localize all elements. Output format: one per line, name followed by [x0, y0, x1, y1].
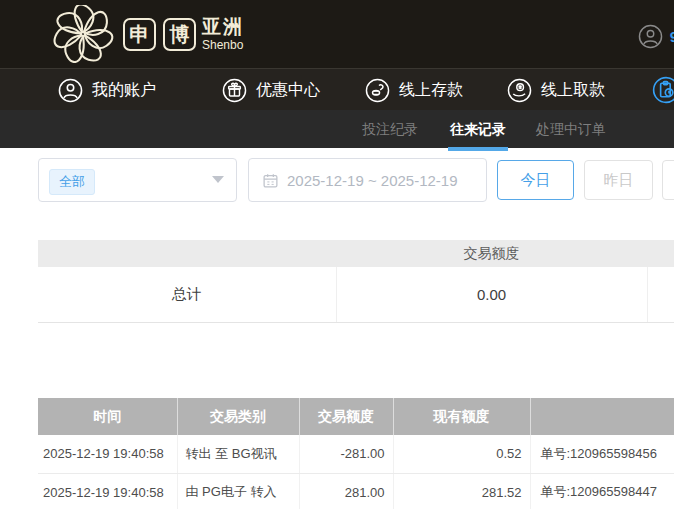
nav-item-promo-center[interactable]: 优惠中心: [222, 69, 320, 111]
quick-range-week-button[interactable]: 近7日: [662, 160, 674, 200]
cell-amount: 281.00: [299, 473, 393, 509]
quick-range-yesterday-button[interactable]: 昨日: [584, 160, 653, 200]
calendar-icon: [262, 172, 279, 189]
tab-betting-records[interactable]: 投注纪录: [362, 110, 418, 148]
summary-cell-clipped: [647, 267, 674, 322]
table-row: 2025-12-19 19:40:58 由 PG电子 转入 281.00 281…: [38, 473, 674, 509]
flower-logo-icon: [50, 5, 116, 63]
logo-latin-text: Shenbo: [202, 39, 244, 51]
user-circle-icon: [638, 24, 663, 49]
tab-pending-orders[interactable]: 处理中订单: [536, 110, 606, 148]
logo-char-bo: 博: [163, 18, 196, 51]
type-select-dropdown[interactable]: 全部: [38, 158, 237, 202]
logo-char-shen: 申: [123, 18, 156, 51]
cell-type: 转出 至 BG视讯: [177, 435, 299, 473]
promo-gift-icon: [222, 78, 247, 103]
summary-total-label: 总计: [38, 267, 336, 322]
cell-time: 2025-12-19 19:40:58: [38, 435, 177, 473]
nav-item-online-deposit[interactable]: 线上存款: [365, 69, 463, 111]
transactions-header-row: 时间 交易类别 交易额度 现有额度: [38, 398, 674, 435]
transaction-records-icon: [652, 76, 674, 104]
date-range-text: 2025-12-19 ~ 2025-12-19: [287, 172, 458, 189]
cell-time: 2025-12-19 19:40:58: [38, 473, 177, 509]
account-icon: [58, 78, 83, 103]
col-header-balance: 现有额度: [393, 398, 530, 435]
nav-item-my-account[interactable]: 我的账户: [58, 69, 156, 111]
brand-logo[interactable]: 申 博 亚洲 Shenbo: [50, 5, 244, 63]
date-range-picker[interactable]: 2025-12-19 ~ 2025-12-19: [248, 158, 487, 202]
username-text: 9: [670, 28, 674, 45]
cell-amount: -281.00: [299, 435, 393, 473]
selected-type-tag[interactable]: 全部: [49, 169, 95, 195]
top-header: 申 博 亚洲 Shenbo 9: [0, 0, 674, 68]
table-row: 2025-12-19 19:40:58 转出 至 BG视讯 -281.00 0.…: [38, 435, 674, 473]
cell-ref: 单号:120965598456: [530, 435, 674, 473]
nav-label: 我的账户: [92, 80, 156, 101]
cell-type: 由 PG电子 转入: [177, 473, 299, 509]
nav-item-transaction-records[interactable]: [652, 69, 674, 111]
col-header-type: 交易类别: [177, 398, 299, 435]
logo-suffix: 亚洲 Shenbo: [202, 17, 244, 51]
nav-label: 线上取款: [541, 80, 605, 101]
main-navbar: 我的账户 优惠中心 线上存款: [0, 68, 674, 110]
cell-balance: 0.52: [393, 435, 530, 473]
transactions-table: 时间 交易类别 交易额度 现有额度 2025-12-19 19:40:58 转出…: [38, 398, 674, 509]
screen: 申 博 亚洲 Shenbo 9 我的账户: [0, 0, 674, 509]
col-header-amount: 交易额度: [299, 398, 393, 435]
cell-balance: 281.52: [393, 473, 530, 509]
nav-label: 线上存款: [399, 80, 463, 101]
tab-transfer-records[interactable]: 往来记录: [450, 110, 506, 148]
nav-item-online-withdraw[interactable]: 线上取款: [507, 69, 605, 111]
summary-header-empty: [38, 240, 336, 267]
nav-label: 优惠中心: [256, 80, 320, 101]
withdraw-icon: [507, 78, 532, 103]
quick-range-today-button[interactable]: 今日: [497, 160, 574, 200]
summary-total-row: 总计 0.00: [38, 267, 674, 322]
summary-total-value: 0.00: [336, 267, 647, 322]
logo-region-text: 亚洲: [202, 17, 244, 36]
summary-header-clipped: [647, 240, 674, 267]
col-header-time: 时间: [38, 398, 177, 435]
user-area[interactable]: 9: [638, 24, 674, 49]
summary-header-row: 交易额度: [38, 240, 674, 267]
col-header-ref: [530, 398, 674, 435]
deposit-icon: [365, 78, 390, 103]
summary-header-amount: 交易额度: [336, 240, 647, 267]
record-tabbar: 投注纪录 往来记录 处理中订单: [0, 110, 674, 148]
cell-ref: 单号:120965598447: [530, 473, 674, 509]
summary-table: 交易额度 总计 0.00: [38, 240, 674, 323]
chevron-down-icon: [212, 176, 224, 183]
